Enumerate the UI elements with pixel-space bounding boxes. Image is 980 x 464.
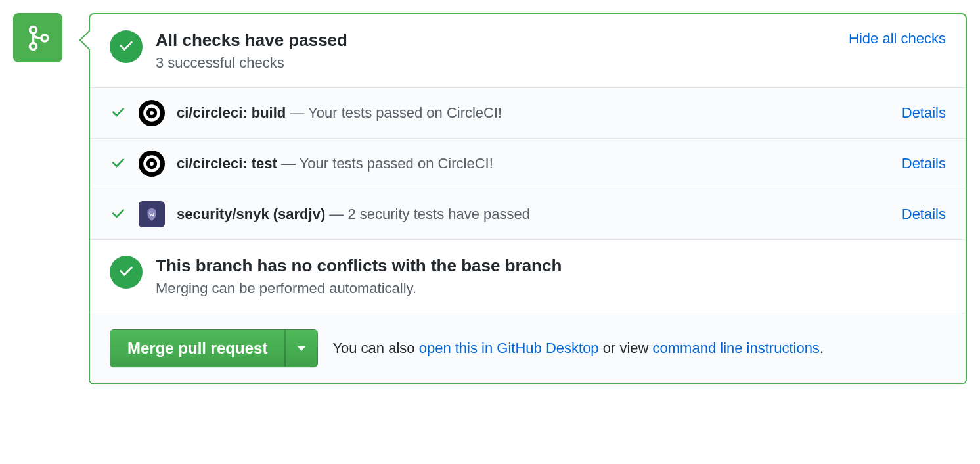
check-success-icon (110, 206, 127, 223)
toggle-checks-link[interactable]: Hide all checks (849, 30, 946, 47)
svg-point-4 (150, 111, 154, 115)
check-name: ci/circleci: build (177, 104, 286, 121)
merge-action-section: Merge pull request You can also open thi… (90, 313, 966, 383)
checks-subtitle: 3 successful checks (156, 55, 835, 72)
svg-point-2 (41, 35, 48, 41)
status-success-icon (110, 256, 143, 289)
svg-point-0 (30, 26, 36, 33)
check-success-icon (110, 104, 127, 122)
merge-status-wrapper: All checks have passed 3 successful chec… (13, 13, 967, 384)
snyk-icon (139, 201, 165, 227)
merge-conflict-section: This branch has no conflicts with the ba… (90, 240, 966, 313)
check-row: security/snyk (sardjv) — 2 security test… (90, 189, 966, 240)
merge-status-panel: All checks have passed 3 successful chec… (89, 13, 967, 384)
check-name: security/snyk (sardjv) (177, 206, 325, 222)
caret-down-icon (298, 346, 305, 351)
check-description: ci/circleci: build — Your tests passed o… (177, 104, 890, 122)
check-success-icon (110, 155, 127, 172)
conflict-title: This branch has no conflicts with the ba… (156, 256, 946, 276)
check-name: ci/circleci: test (177, 155, 277, 172)
check-row: ci/circleci: build — Your tests passed o… (90, 88, 966, 139)
conflict-text: This branch has no conflicts with the ba… (156, 256, 946, 297)
svg-point-6 (150, 162, 154, 166)
check-description: security/snyk (sardjv) — 2 security test… (177, 206, 890, 223)
git-merge-icon (25, 25, 51, 51)
git-merge-badge (13, 13, 62, 62)
merge-button-group: Merge pull request (110, 329, 318, 367)
status-success-icon (110, 30, 143, 63)
merge-hint-text: You can also open this in GitHub Desktop… (332, 340, 824, 357)
checks-summary-section: All checks have passed 3 successful chec… (90, 14, 966, 88)
check-details-link[interactable]: Details (902, 104, 946, 122)
check-details-link[interactable]: Details (902, 206, 946, 223)
checks-summary-text: All checks have passed 3 successful chec… (156, 30, 835, 72)
circleci-icon (139, 151, 165, 177)
svg-point-1 (30, 43, 36, 49)
check-description: ci/circleci: test — Your tests passed on… (177, 155, 890, 172)
command-line-instructions-link[interactable]: command line instructions (653, 340, 820, 356)
check-row: ci/circleci: test — Your tests passed on… (90, 139, 966, 189)
merge-pull-request-button[interactable]: Merge pull request (110, 329, 285, 367)
merge-options-dropdown-button[interactable] (285, 329, 318, 367)
check-details-link[interactable]: Details (902, 155, 946, 172)
checks-title: All checks have passed (156, 30, 835, 51)
conflict-subtitle: Merging can be performed automatically. (156, 280, 946, 297)
open-github-desktop-link[interactable]: open this in GitHub Desktop (419, 340, 599, 356)
circleci-icon (139, 100, 165, 126)
